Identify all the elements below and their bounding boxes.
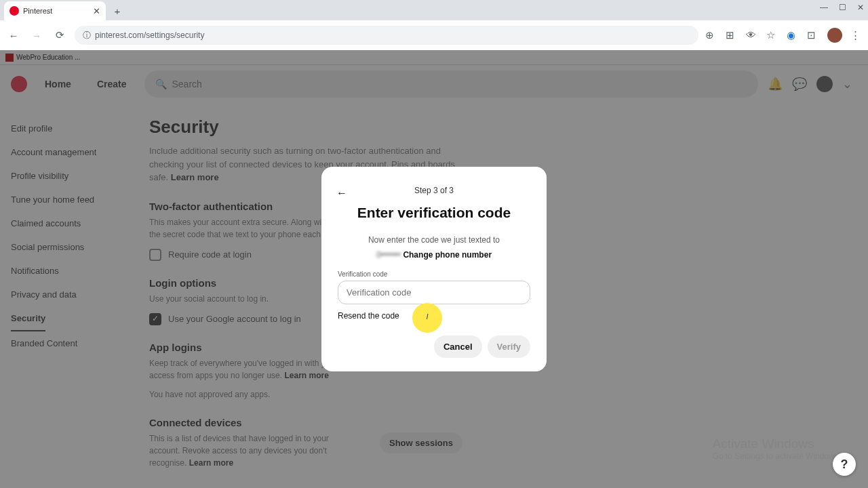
close-window-icon[interactable]: ✕ <box>857 3 864 12</box>
modal-description: Now enter the code we just texted to <box>338 235 530 246</box>
menu-icon[interactable]: ⋮ <box>850 29 863 41</box>
translate-icon[interactable]: ⊕ <box>705 29 717 41</box>
modal-step-indicator: Step 3 of 3 <box>338 186 530 195</box>
bookmark-star-icon[interactable]: ☆ <box>766 29 778 41</box>
modal-back-button[interactable]: ← <box>336 187 347 199</box>
change-phone-link[interactable]: Change phone number <box>403 250 492 260</box>
url-text: pinterest.com/settings/security <box>95 30 204 40</box>
minimize-icon[interactable]: — <box>820 3 828 12</box>
cancel-button[interactable]: Cancel <box>434 336 482 358</box>
activate-windows-watermark: Activate Windows Go to Settings to activ… <box>713 436 841 461</box>
resend-code-link[interactable]: Resend the code <box>338 311 530 321</box>
forward-button[interactable]: → <box>28 27 45 43</box>
reload-button[interactable]: ⟳ <box>52 27 68 43</box>
activate-subtitle: Go to Settings to activate Windows. <box>713 451 841 461</box>
extension-icon[interactable]: ◉ <box>787 29 799 41</box>
modal-title: Enter verification code <box>338 205 530 221</box>
code-input-label: Verification code <box>338 270 530 278</box>
help-button[interactable]: ? <box>833 453 856 476</box>
verification-modal: ← Step 3 of 3 Enter verification code No… <box>321 167 547 371</box>
verification-code-input[interactable] <box>338 281 530 304</box>
tab-title: Pinterest <box>23 7 52 15</box>
maximize-icon[interactable]: ☐ <box>839 3 846 12</box>
eye-icon[interactable]: 👁 <box>746 29 758 41</box>
site-info-icon[interactable]: ⓘ <box>83 30 91 41</box>
modal-overlay: ← Step 3 of 3 Enter verification code No… <box>0 50 868 488</box>
install-icon[interactable]: ⊞ <box>726 29 738 41</box>
close-tab-icon[interactable]: ✕ <box>93 6 100 16</box>
browser-profile[interactable] <box>827 28 842 43</box>
back-button[interactable]: ← <box>5 27 22 43</box>
verify-button[interactable]: Verify <box>488 336 530 358</box>
extensions-icon[interactable]: ⊡ <box>807 29 819 41</box>
activate-title: Activate Windows <box>713 436 841 451</box>
pinterest-favicon <box>9 6 19 16</box>
phone-number-masked: 0••••••• <box>376 250 401 260</box>
address-bar[interactable]: ⓘ pinterest.com/settings/security <box>75 26 698 45</box>
new-tab-button[interactable]: + <box>110 3 125 18</box>
browser-tab[interactable]: Pinterest ✕ <box>4 1 106 20</box>
